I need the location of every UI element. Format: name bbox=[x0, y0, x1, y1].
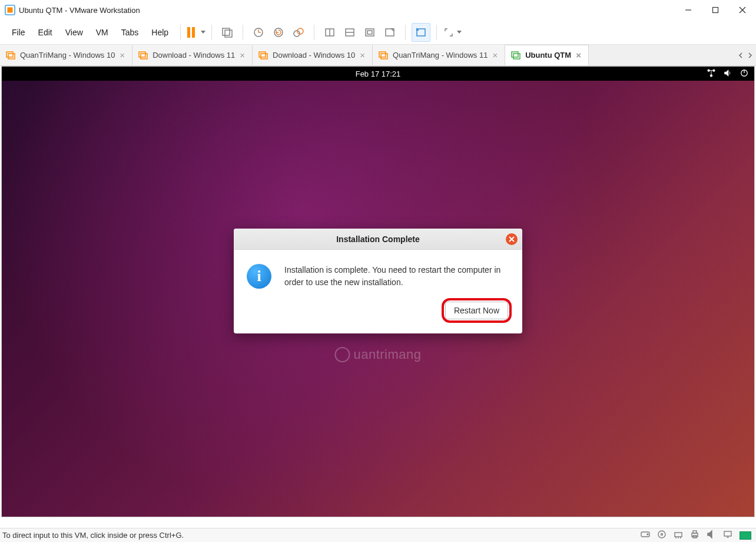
vm-tab-icon bbox=[511, 51, 520, 60]
dialog-message: Installation is complete. You need to re… bbox=[284, 264, 506, 289]
tab-close-icon[interactable]: × bbox=[492, 50, 498, 60]
menu-tabs[interactable]: Tabs bbox=[115, 25, 145, 39]
guest-topbar: Feb 17 17:21 bbox=[2, 67, 754, 81]
svg-rect-30 bbox=[512, 52, 518, 57]
svg-rect-1 bbox=[8, 8, 13, 13]
svg-rect-49 bbox=[693, 531, 697, 533]
svg-rect-18 bbox=[366, 29, 374, 36]
tab-scroll-buttons[interactable] bbox=[738, 45, 756, 65]
restart-now-button[interactable]: Restart Now bbox=[445, 302, 508, 319]
cd-icon[interactable] bbox=[657, 530, 667, 541]
tab-close-icon[interactable]: × bbox=[576, 50, 581, 60]
tab-close-icon[interactable]: × bbox=[240, 50, 245, 60]
svg-rect-25 bbox=[141, 54, 147, 59]
snapshot-manager-button[interactable] bbox=[289, 23, 308, 42]
tab-close-icon[interactable]: × bbox=[360, 50, 365, 60]
tab-quantrimang-win11[interactable]: QuanTriMang - Windows 11 × bbox=[373, 45, 505, 65]
vm-tab-icon bbox=[138, 51, 148, 60]
vmware-app-icon bbox=[5, 5, 15, 15]
vm-suspend-button[interactable] bbox=[187, 23, 205, 42]
svg-marker-51 bbox=[708, 531, 712, 538]
snapshot-take-button[interactable] bbox=[249, 23, 268, 42]
svg-rect-44 bbox=[675, 533, 682, 537]
fullscreen-button[interactable] bbox=[412, 23, 430, 42]
svg-rect-24 bbox=[139, 52, 145, 57]
volume-icon[interactable] bbox=[724, 69, 732, 79]
printer-icon[interactable] bbox=[690, 530, 699, 541]
view-unity-button[interactable] bbox=[360, 23, 379, 42]
svg-rect-27 bbox=[261, 54, 267, 59]
tab-download-win11[interactable]: Download - Windows 11 × bbox=[132, 45, 253, 65]
vm-input-indicator[interactable] bbox=[740, 531, 751, 540]
vm-console[interactable]: Feb 17 17:21 uantrimang Installation Com… bbox=[1, 66, 755, 517]
svg-marker-35 bbox=[725, 70, 728, 76]
svg-rect-7 bbox=[225, 30, 232, 37]
annotation-highlight: Restart Now bbox=[442, 298, 512, 323]
menu-file[interactable]: File bbox=[6, 25, 31, 39]
tab-label: Download - Windows 10 bbox=[273, 51, 355, 60]
sound-icon[interactable] bbox=[707, 530, 716, 541]
window-controls bbox=[675, 0, 756, 20]
svg-rect-22 bbox=[6, 52, 13, 57]
tab-quantrimang-win10[interactable]: QuanTriMang - Windows 10 × bbox=[0, 45, 132, 65]
guest-clock[interactable]: Feb 17 17:21 bbox=[356, 70, 401, 78]
menu-edit[interactable]: Edit bbox=[32, 25, 58, 39]
svg-point-41 bbox=[647, 534, 648, 535]
guest-desktop[interactable]: uantrimang Installation Complete i Insta… bbox=[2, 81, 754, 517]
status-hint: To direct input to this VM, click inside… bbox=[2, 531, 184, 540]
tab-close-icon[interactable]: × bbox=[120, 50, 125, 60]
minimize-button[interactable] bbox=[675, 0, 702, 20]
menubar: File Edit View VM Tabs Help bbox=[0, 20, 756, 45]
svg-rect-29 bbox=[381, 54, 387, 59]
installation-complete-dialog: Installation Complete i Installation is … bbox=[234, 229, 522, 333]
snapshot-revert-button[interactable] bbox=[269, 23, 288, 42]
status-device-tray bbox=[641, 530, 756, 541]
tab-download-win10[interactable]: Download - Windows 10 × bbox=[253, 45, 373, 65]
tab-ubuntu-qtm[interactable]: Ubuntu QTM × bbox=[505, 45, 589, 65]
view-multiple-button[interactable] bbox=[340, 23, 359, 42]
svg-rect-26 bbox=[259, 52, 266, 57]
send-ctrl-alt-del-button[interactable] bbox=[218, 23, 237, 42]
dialog-titlebar[interactable]: Installation Complete bbox=[234, 229, 522, 250]
view-single-button[interactable] bbox=[320, 23, 339, 42]
watermark: uantrimang bbox=[334, 347, 421, 362]
svg-point-42 bbox=[658, 531, 665, 538]
svg-rect-6 bbox=[223, 28, 230, 35]
svg-point-43 bbox=[661, 534, 663, 536]
menu-view[interactable]: View bbox=[59, 25, 89, 39]
tab-label: Download - Windows 11 bbox=[152, 51, 235, 60]
svg-rect-52 bbox=[724, 531, 731, 536]
display-icon[interactable] bbox=[723, 530, 732, 541]
harddisk-icon[interactable] bbox=[641, 530, 650, 541]
stretch-guest-button[interactable] bbox=[443, 23, 462, 42]
dialog-title: Installation Complete bbox=[336, 234, 420, 244]
network-icon[interactable] bbox=[707, 69, 715, 79]
menu-vm[interactable]: VM bbox=[90, 25, 114, 39]
info-icon: i bbox=[247, 264, 271, 289]
tab-label: QuanTriMang - Windows 10 bbox=[20, 51, 115, 60]
vm-tab-icon bbox=[258, 51, 268, 60]
window-title: Ubuntu QTM - VMware Workstation bbox=[19, 6, 140, 15]
vm-tabstrip: QuanTriMang - Windows 10 × Download - Wi… bbox=[0, 45, 756, 66]
dialog-close-button[interactable] bbox=[506, 233, 518, 245]
guest-system-tray[interactable] bbox=[707, 69, 748, 79]
window-titlebar: Ubuntu QTM - VMware Workstation bbox=[0, 0, 756, 20]
statusbar: To direct input to this VM, click inside… bbox=[0, 528, 756, 542]
network-adapter-icon[interactable] bbox=[674, 530, 683, 541]
menu-help[interactable]: Help bbox=[145, 25, 174, 39]
svg-rect-23 bbox=[8, 54, 15, 59]
view-console-button[interactable] bbox=[380, 23, 399, 42]
svg-rect-19 bbox=[367, 31, 372, 34]
power-icon[interactable] bbox=[740, 69, 748, 79]
tab-label: Ubuntu QTM bbox=[525, 51, 571, 60]
svg-rect-3 bbox=[713, 8, 718, 13]
close-button[interactable] bbox=[729, 0, 756, 20]
svg-rect-31 bbox=[513, 54, 520, 59]
maximize-button[interactable] bbox=[702, 0, 729, 20]
vm-tab-icon bbox=[6, 51, 15, 60]
svg-rect-28 bbox=[379, 52, 386, 57]
tab-label: QuanTriMang - Windows 11 bbox=[393, 51, 488, 60]
vm-tab-icon bbox=[379, 51, 388, 60]
